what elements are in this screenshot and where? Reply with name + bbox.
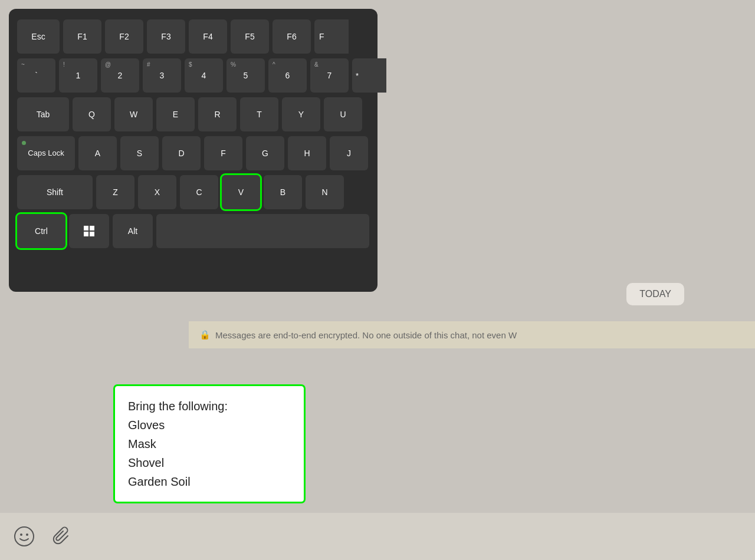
- key-windows[interactable]: [69, 214, 109, 248]
- key-5[interactable]: % 5: [226, 58, 265, 93]
- key-space[interactable]: [156, 214, 369, 248]
- clipboard-line3: Mask: [128, 434, 291, 453]
- encryption-text: Messages are end-to-end encrypted. No on…: [215, 330, 517, 340]
- key-u[interactable]: U: [324, 97, 362, 131]
- key-capslock[interactable]: Caps Lock: [17, 136, 75, 170]
- key-ctrl[interactable]: Ctrl: [17, 214, 65, 248]
- keyboard-row-zxcv: Shift Z X C V B N: [17, 175, 369, 209]
- key-s[interactable]: S: [120, 136, 159, 170]
- key-v[interactable]: V: [222, 175, 260, 209]
- clipboard-line1: Bring the following:: [128, 397, 291, 416]
- today-badge: TODAY: [626, 283, 684, 305]
- encryption-notice: 🔒 Messages are end-to-end encrypted. No …: [189, 321, 755, 348]
- key-f7-partial[interactable]: F: [314, 19, 349, 54]
- key-e[interactable]: E: [156, 97, 195, 131]
- key-j[interactable]: J: [330, 136, 368, 170]
- key-a[interactable]: A: [78, 136, 117, 170]
- keyboard-row-bottom: Ctrl Alt: [17, 214, 369, 248]
- key-1[interactable]: ! 1: [59, 58, 97, 93]
- attach-button[interactable]: [50, 524, 74, 549]
- svg-point-0: [15, 527, 34, 546]
- key-c[interactable]: C: [180, 175, 218, 209]
- key-4[interactable]: $ 4: [185, 58, 223, 93]
- bottom-toolbar: [0, 513, 755, 560]
- keyboard-overlay: Esc F1 F2 F3 F4 F5 F6 F ~ ` ! 1 @ 2 # 3 …: [9, 9, 378, 292]
- key-x[interactable]: X: [138, 175, 176, 209]
- key-g[interactable]: G: [246, 136, 284, 170]
- svg-point-1: [20, 533, 22, 536]
- key-tab[interactable]: Tab: [17, 97, 69, 131]
- key-3[interactable]: # 3: [143, 58, 181, 93]
- key-esc[interactable]: Esc: [17, 19, 60, 54]
- key-f[interactable]: F: [204, 136, 242, 170]
- key-r[interactable]: R: [198, 97, 237, 131]
- clipboard-line4: Shovel: [128, 453, 291, 472]
- key-f6[interactable]: F6: [273, 19, 311, 54]
- keyboard-row-qwerty: Tab Q W E R T Y U: [17, 97, 369, 131]
- key-t[interactable]: T: [240, 97, 278, 131]
- svg-point-2: [26, 533, 28, 536]
- key-d[interactable]: D: [162, 136, 201, 170]
- keyboard-row-numbers: ~ ` ! 1 @ 2 # 3 $ 4 % 5 ^ 6 & 7: [17, 58, 369, 93]
- clipboard-line5: Garden Soil: [128, 472, 291, 491]
- key-shift[interactable]: Shift: [17, 175, 93, 209]
- clipboard-line2: Gloves: [128, 416, 291, 434]
- key-h[interactable]: H: [288, 136, 326, 170]
- key-f1[interactable]: F1: [63, 19, 101, 54]
- key-8-partial[interactable]: *: [352, 58, 386, 93]
- key-b[interactable]: B: [264, 175, 302, 209]
- key-6[interactable]: ^ 6: [268, 58, 307, 93]
- key-y[interactable]: Y: [282, 97, 320, 131]
- key-f3[interactable]: F3: [147, 19, 185, 54]
- key-w[interactable]: W: [114, 97, 153, 131]
- key-f2[interactable]: F2: [105, 19, 143, 54]
- key-backtick[interactable]: ~ `: [17, 58, 55, 93]
- key-f5[interactable]: F5: [231, 19, 269, 54]
- key-7[interactable]: & 7: [310, 58, 349, 93]
- key-q[interactable]: Q: [73, 97, 111, 131]
- key-z[interactable]: Z: [96, 175, 134, 209]
- keyboard-row-asdf: Caps Lock A S D F G H J: [17, 136, 369, 170]
- key-alt[interactable]: Alt: [113, 214, 153, 248]
- today-label: TODAY: [639, 289, 671, 299]
- key-n[interactable]: N: [306, 175, 344, 209]
- key-f4[interactable]: F4: [189, 19, 227, 54]
- lock-icon: 🔒: [199, 330, 211, 340]
- key-2[interactable]: @ 2: [101, 58, 139, 93]
- clipboard-popup: Bring the following: Gloves Mask Shovel …: [115, 386, 304, 502]
- keyboard-row-function: Esc F1 F2 F3 F4 F5 F6 F: [17, 19, 369, 54]
- emoji-button[interactable]: [12, 524, 37, 549]
